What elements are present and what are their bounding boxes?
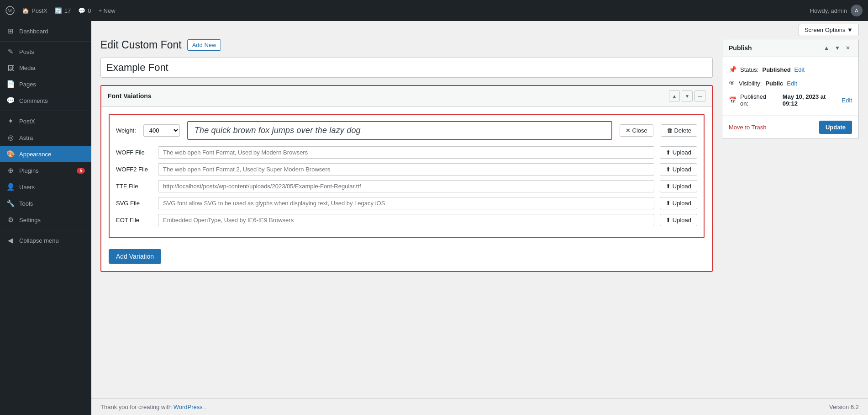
publish-body: 📌 Status: Published Edit 👁 Visibility: P… xyxy=(722,57,858,116)
updates[interactable]: 🔄 17 xyxy=(55,7,71,14)
visibility-edit-link[interactable]: Edit xyxy=(787,80,797,87)
svg-input[interactable] xyxy=(158,197,654,209)
collapse-icon: ◀ xyxy=(6,236,15,245)
screen-options-button[interactable]: Screen Options ▼ xyxy=(799,24,859,36)
status-value: Published xyxy=(762,66,790,73)
publish-close-button[interactable]: ✕ xyxy=(844,44,852,52)
visibility-label: Visibility: xyxy=(739,80,762,87)
delete-button[interactable]: 🗑 Delete xyxy=(661,124,697,137)
font-name-input[interactable] xyxy=(100,58,713,78)
main-content: Screen Options ▼ Edit Custom Font Add Ne… xyxy=(91,21,868,415)
sidebar-item-postx[interactable]: ✦ PostX xyxy=(0,113,91,129)
publish-up-button[interactable]: ▲ xyxy=(822,44,831,52)
dashboard-icon: ⊞ xyxy=(6,27,15,35)
plugins-badge: 5 xyxy=(77,168,85,174)
status-row: 📌 Status: Published Edit xyxy=(729,63,852,76)
eot-input[interactable] xyxy=(158,214,654,226)
eot-upload-button[interactable]: ⬆ Upload xyxy=(660,214,697,226)
page-title-section: Edit Custom Font Add New xyxy=(100,39,713,51)
sidebar-item-pages[interactable]: 📄 Pages xyxy=(0,76,91,92)
sidebar-panels: Publish ▲ ▼ ✕ 📌 Status: Published Edit xyxy=(722,39,859,389)
variation-item: Weight: 400 100 200 300 500 600 700 800 xyxy=(109,114,705,238)
panel-body: Weight: 400 100 200 300 500 600 700 800 xyxy=(101,106,712,271)
woff2-input[interactable] xyxy=(158,163,654,176)
sidebar-item-users[interactable]: 👤 Users xyxy=(0,179,91,195)
publish-down-button[interactable]: ▼ xyxy=(833,44,842,52)
close-button[interactable]: ✕ Close xyxy=(620,124,653,137)
move-to-trash-link[interactable]: Move to Trash xyxy=(729,124,766,131)
panel-header: Font Vaiations ▲ ▼ — xyxy=(101,86,712,106)
astra-icon: ◎ xyxy=(6,133,15,142)
comments-icon: 💬 xyxy=(6,96,15,105)
published-row: 📅 Published on: May 10, 2023 at 09:12 Ed… xyxy=(729,90,852,110)
visibility-row: 👁 Visibility: Public Edit xyxy=(729,76,852,90)
status-icon: 📌 xyxy=(729,66,736,73)
published-icon: 📅 xyxy=(729,96,736,104)
add-new-button[interactable]: Add New xyxy=(187,39,221,51)
woff2-upload-button[interactable]: ⬆ Upload xyxy=(660,163,697,176)
tools-icon: 🔧 xyxy=(6,199,15,208)
add-variation-button[interactable]: Add Variation xyxy=(109,249,161,264)
sidebar-item-appearance[interactable]: 🎨 Appearance xyxy=(0,146,91,162)
sidebar-item-astra[interactable]: ◎ Astra xyxy=(0,129,91,146)
publish-panel: Publish ▲ ▼ ✕ 📌 Status: Published Edit xyxy=(722,39,859,139)
version-text: Version 6.2 xyxy=(829,404,859,410)
sidebar-item-collapse[interactable]: ◀ Collapse menu xyxy=(0,232,91,249)
footer-text: Thank you for creating with WordPress . xyxy=(100,404,206,410)
woff-input[interactable] xyxy=(158,146,654,159)
panel-minimize-button[interactable]: — xyxy=(694,90,705,101)
svg-label: SVG File xyxy=(116,200,153,207)
sidebar-item-comments[interactable]: 💬 Comments xyxy=(0,92,91,109)
preview-text: The quick brown fox jumps over the lazy … xyxy=(187,121,612,140)
site-name[interactable]: 🏠 PostX xyxy=(22,7,47,14)
status-edit-link[interactable]: Edit xyxy=(794,66,805,73)
settings-icon: ⚙ xyxy=(6,216,15,224)
main-editor: Edit Custom Font Add New Font Vaiations … xyxy=(100,39,713,389)
plugins-icon: ⊕ xyxy=(6,166,15,175)
file-row-eot: EOT File⬆ Upload xyxy=(116,214,697,226)
menu-divider-2 xyxy=(0,111,91,111)
status-label: Status: xyxy=(740,66,758,73)
menu-divider-3 xyxy=(0,230,91,230)
font-variations-panel: Font Vaiations ▲ ▼ — Weight: xyxy=(100,85,713,272)
update-button[interactable]: Update xyxy=(819,121,852,134)
pages-icon: 📄 xyxy=(6,80,15,88)
file-rows-container: WOFF File⬆ UploadWOFF2 File⬆ UploadTTF F… xyxy=(116,146,697,226)
sidebar-item-posts[interactable]: ✎ Posts xyxy=(0,43,91,60)
sidebar-item-settings[interactable]: ⚙ Settings xyxy=(0,212,91,228)
sidebar-item-tools[interactable]: 🔧 Tools xyxy=(0,195,91,212)
admin-bar: W 🏠 PostX 🔄 17 💬 0 + New Howdy, admin A xyxy=(0,0,868,21)
panel-controls: ▲ ▼ — xyxy=(669,90,705,101)
new-item[interactable]: + New xyxy=(98,7,115,14)
panel-title: Font Vaiations xyxy=(108,92,152,100)
publish-panel-header: Publish ▲ ▼ ✕ xyxy=(722,39,858,57)
published-edit-link[interactable]: Edit xyxy=(842,97,852,104)
postx-icon: ✦ xyxy=(6,117,15,125)
weight-label: Weight: xyxy=(116,127,136,134)
panel-down-button[interactable]: ▼ xyxy=(682,90,693,101)
svg-upload-button[interactable]: ⬆ Upload xyxy=(660,197,697,209)
ttf-upload-button[interactable]: ⬆ Upload xyxy=(660,180,697,192)
sidebar-item-dashboard[interactable]: ⊞ Dashboard xyxy=(0,23,91,39)
published-value: May 10, 2023 at 09:12 xyxy=(783,93,838,107)
ttf-label: TTF File xyxy=(116,183,153,190)
sidebar-item-media[interactable]: 🖼 Media xyxy=(0,60,91,76)
wordpress-link[interactable]: WordPress xyxy=(174,404,203,410)
posts-icon: ✎ xyxy=(6,48,15,56)
woff2-label: WOFF2 File xyxy=(116,166,153,173)
file-row-woff2: WOFF2 File⬆ Upload xyxy=(116,163,697,176)
svg-text:W: W xyxy=(8,8,13,13)
wp-logo[interactable]: W xyxy=(5,6,15,15)
weight-select[interactable]: 400 100 200 300 500 600 700 800 900 xyxy=(143,124,180,137)
users-icon: 👤 xyxy=(6,183,15,191)
woff-upload-button[interactable]: ⬆ Upload xyxy=(660,146,697,159)
variation-header: Weight: 400 100 200 300 500 600 700 800 xyxy=(116,121,697,140)
avatar: A xyxy=(851,5,863,16)
comments-adminbar[interactable]: 💬 0 xyxy=(78,7,91,14)
panel-up-button[interactable]: ▲ xyxy=(669,90,680,101)
woff-label: WOFF File xyxy=(116,149,153,156)
sidebar-item-plugins[interactable]: ⊕ Plugins 5 xyxy=(0,162,91,179)
ttf-input[interactable] xyxy=(158,180,654,192)
media-icon: 🖼 xyxy=(6,64,15,72)
adminbar-user: Howdy, admin A xyxy=(810,5,863,16)
